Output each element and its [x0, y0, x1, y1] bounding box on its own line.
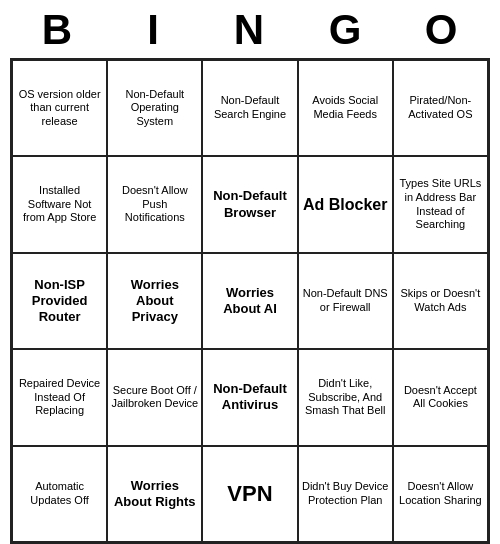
- cell-8: Ad Blocker: [298, 156, 393, 252]
- cell-18: Didn't Like, Subscribe, And Smash That B…: [298, 349, 393, 445]
- cell-15: Repaired Device Instead Of Replacing: [12, 349, 107, 445]
- title-letter: I: [106, 6, 202, 54]
- cell-5: Installed Software Not from App Store: [12, 156, 107, 252]
- cell-22: VPN: [202, 446, 297, 542]
- cell-9: Types Site URLs in Address Bar Instead o…: [393, 156, 488, 252]
- cell-23: Didn't Buy Device Protection Plan: [298, 446, 393, 542]
- cell-24: Doesn't Allow Location Sharing: [393, 446, 488, 542]
- cell-7: Non-Default Browser: [202, 156, 297, 252]
- bingo-title: BINGO: [10, 0, 490, 58]
- cell-14: Skips or Doesn't Watch Ads: [393, 253, 488, 349]
- cell-13: Non-Default DNS or Firewall: [298, 253, 393, 349]
- title-letter: G: [298, 6, 394, 54]
- cell-0: OS version older than current release: [12, 60, 107, 156]
- bingo-grid: OS version older than current releaseNon…: [10, 58, 490, 544]
- cell-4: Pirated/Non-Activated OS: [393, 60, 488, 156]
- cell-19: Doesn't Accept All Cookies: [393, 349, 488, 445]
- title-letter: N: [202, 6, 298, 54]
- cell-1: Non-Default Operating System: [107, 60, 202, 156]
- cell-2: Non-Default Search Engine: [202, 60, 297, 156]
- cell-10: Non-ISP Provided Router: [12, 253, 107, 349]
- cell-21: Worries About Rights: [107, 446, 202, 542]
- cell-11: Worries About Privacy: [107, 253, 202, 349]
- cell-3: Avoids Social Media Feeds: [298, 60, 393, 156]
- cell-16: Secure Boot Off / Jailbroken Device: [107, 349, 202, 445]
- cell-20: Automatic Updates Off: [12, 446, 107, 542]
- cell-17: Non-Default Antivirus: [202, 349, 297, 445]
- title-letter: B: [10, 6, 106, 54]
- title-letter: O: [394, 6, 490, 54]
- cell-12: Worries About AI: [202, 253, 297, 349]
- cell-6: Doesn't Allow Push Notifications: [107, 156, 202, 252]
